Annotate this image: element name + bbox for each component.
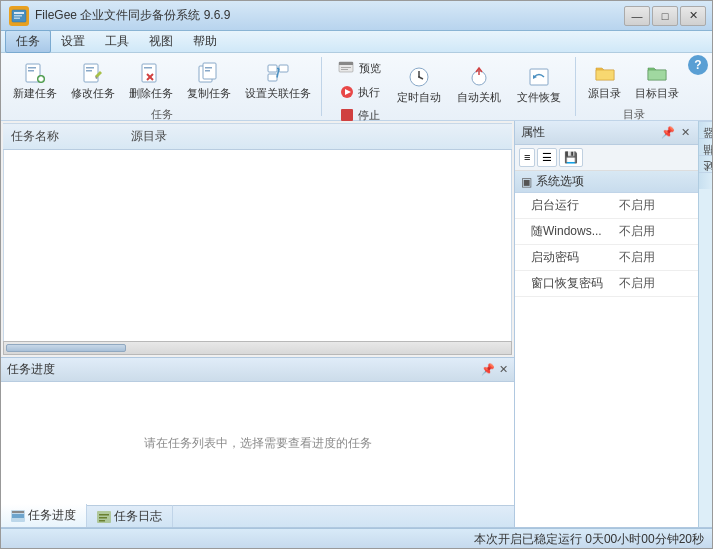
svg-point-36 [418,76,420,78]
props-section-header: ▣ 系统选项 [515,171,698,193]
help-button[interactable]: ? [688,55,708,75]
exec-buttons: 预览 执行 [332,57,567,126]
svg-rect-23 [268,74,277,81]
svg-rect-22 [279,65,288,72]
file-restore-label: 文件恢复 [517,90,561,105]
props-label-1: 随Windows... [515,221,615,242]
svg-rect-6 [28,70,34,72]
preview-button[interactable]: 预览 [332,57,387,79]
menu-item-view[interactable]: 视图 [139,31,183,52]
status-bar: 本次开启已稳定运行 0天00小时00分钟20秒 [1,528,713,549]
modify-task-icon [81,61,105,85]
properties-panel: 属性 📌 ✕ ≡ ☰ 💾 ▣ [515,121,698,527]
progress-empty-text: 请在任务列表中，选择需要查看进度的任务 [144,435,372,452]
props-pin-icon[interactable]: 📌 [659,126,677,139]
scheduled-button[interactable]: 定时自动 [391,61,447,109]
dir-buttons: 源目录 目标目录 [582,57,685,105]
props-value-2: 不启用 [615,247,698,268]
task-list-header: 任务名称 源目录 [3,123,512,150]
auto-off-button[interactable]: 自动关机 [451,61,507,109]
svg-rect-43 [12,511,24,513]
tab-task-log[interactable]: 任务日志 [87,505,173,527]
props-value-0: 不启用 [615,195,698,216]
set-related-icon [266,61,290,85]
exec-group: 执行 停止 [333,81,386,126]
target-dir-label: 目标目录 [635,86,679,101]
props-label-2: 启动密码 [515,247,615,268]
source-dir-button[interactable]: 源目录 [582,57,627,105]
execute-button[interactable]: 执行 [333,81,386,103]
copy-task-button[interactable]: 复制任务 [181,57,237,105]
set-related-button[interactable]: 设置关联任务 [239,57,317,105]
progress-header: 任务进度 📌 ✕ [1,358,514,382]
svg-rect-42 [12,514,24,518]
scrollbar-thumb[interactable] [6,344,126,352]
props-label-0: 启台运行 [515,195,615,216]
menu-item-help[interactable]: 帮助 [183,31,227,52]
modify-task-button[interactable]: 修改任务 [65,57,121,105]
col-source-dir: 源目录 [131,128,167,145]
props-save-btn[interactable]: 💾 [559,148,583,167]
svg-rect-14 [144,67,152,69]
progress-pin-icon[interactable]: 📌 [481,363,495,376]
title-bar: FileGee 企业文件同步备份系统 9.6.9 — □ ✕ [1,1,713,31]
props-content: ▣ 系统选项 启台运行 不启用 随Windows... 不启用 启动密码 [515,171,698,527]
menu-item-tools[interactable]: 工具 [95,31,139,52]
svg-rect-46 [99,517,107,519]
minimize-button[interactable]: — [624,6,650,26]
progress-content: 请在任务列表中，选择需要查看进度的任务 [1,382,514,505]
window-controls: — □ ✕ [624,6,706,26]
svg-rect-39 [530,69,548,85]
toolbar: 新建任务 修改任务 [1,53,713,121]
delete-task-button[interactable]: 删除任务 [123,57,179,105]
new-task-icon [23,61,47,85]
progress-close-icon[interactable]: ✕ [499,363,508,376]
target-dir-button[interactable]: 目标目录 [629,57,685,105]
svg-rect-45 [99,514,109,516]
task-list-body[interactable] [3,150,512,341]
left-panel: 任务名称 源目录 任务进度 📌 ✕ [1,121,514,527]
side-tab-2[interactable]: 描 [699,155,713,172]
tab-task-progress[interactable]: 任务进度 [1,504,87,527]
props-value-1: 不启用 [615,221,698,242]
props-toolbar: ≡ ☰ 💾 [515,145,698,171]
menu-item-task[interactable]: 任务 [5,30,51,53]
task-group-label: 任务 [151,107,173,122]
props-close-icon[interactable]: ✕ [679,126,692,139]
close-button[interactable]: ✕ [680,6,706,26]
svg-rect-3 [14,17,20,19]
menu-item-settings[interactable]: 设置 [51,31,95,52]
props-value-3: 不启用 [615,273,698,294]
props-list-btn[interactable]: ≡ [519,148,535,167]
props-title: 属性 [521,124,545,141]
maximize-button[interactable]: □ [652,6,678,26]
scheduled-icon [407,65,431,89]
svg-rect-1 [14,12,24,14]
task-log-tab-label: 任务日志 [114,508,162,525]
app-title: FileGee 企业文件同步备份系统 9.6.9 [35,7,230,24]
svg-rect-28 [341,67,351,68]
execute-label: 执行 [358,85,380,100]
side-tab-0[interactable]: 容 [699,121,713,138]
props-label-3: 窗口恢复密码 [515,273,615,294]
auto-off-label: 自动关机 [457,90,501,105]
side-tabs: 容 器 描 述 [698,121,713,527]
side-tab-1[interactable]: 器 [699,138,713,155]
props-header: 属性 📌 ✕ [515,121,698,145]
props-pin-controls: 📌 ✕ [659,126,692,139]
menu-bar: 任务 设置 工具 视图 帮助 [1,31,713,53]
file-restore-button[interactable]: 文件恢复 [511,61,567,109]
bottom-tabs: 任务进度 任务日志 [1,505,514,527]
dir-group-label: 目录 [623,107,645,122]
props-row-3: 窗口恢复密码 不启用 [515,271,698,297]
toolbar-group-task: 新建任务 修改任务 [3,57,322,116]
horizontal-scrollbar[interactable] [3,341,512,355]
svg-rect-47 [99,520,105,522]
col-task-name: 任务名称 [11,128,131,145]
new-task-button[interactable]: 新建任务 [7,57,63,105]
toolbar-group-dir: 源目录 目标目录 目录 [578,57,689,116]
modify-task-label: 修改任务 [71,86,115,101]
progress-controls: 📌 ✕ [481,363,508,376]
props-detail-btn[interactable]: ☰ [537,148,557,167]
side-tab-3[interactable]: 述 [699,172,713,189]
